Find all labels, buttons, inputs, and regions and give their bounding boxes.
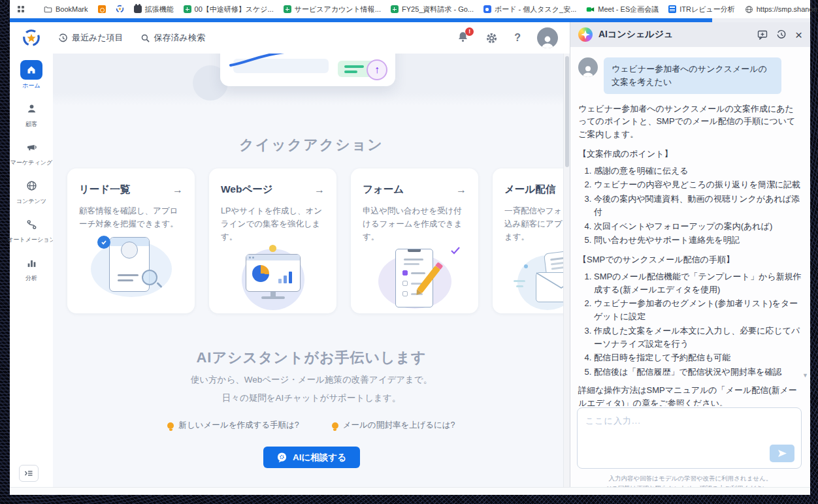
card-description: 申込や問い合わせを受け付けるフォームを作成できます。 — [363, 204, 466, 244]
card-web-page[interactable]: Webページ → LPやサイトを作成し、オンラインでの集客を強化します。 — [209, 168, 336, 313]
card-title: フォーム — [363, 183, 404, 197]
ai-section-title: AIアシスタントがお手伝いします — [53, 348, 570, 368]
bookmark-label: https://smp.shanon.... — [757, 5, 818, 13]
shanon-favicon[interactable] — [116, 5, 124, 14]
bookmark-label: サービスアカウント情報... — [295, 5, 381, 14]
sheets-icon — [391, 5, 399, 13]
scrollbar-thumb[interactable] — [565, 56, 569, 167]
bookmark-label: FY25_資料請求 - Go... — [402, 5, 474, 14]
main-scrollbar[interactable] — [563, 54, 570, 487]
check-icon — [450, 246, 461, 255]
bookmark-board[interactable]: ボード - 個人タスク_安... — [483, 5, 576, 14]
close-icon[interactable]: × — [795, 29, 802, 41]
bookmark-sheet-3[interactable]: FY25_資料請求 - Go... — [391, 5, 474, 14]
consult-ai-label: AIに相談する — [293, 452, 346, 464]
ai-assistant-section: AIアシスタントがお手伝いします 使い方から、Webページ・メール施策の改善アイ… — [53, 348, 570, 468]
collapse-sidebar-button[interactable] — [19, 465, 39, 482]
panel-title: AIコンシェルジュ — [598, 29, 673, 40]
home-icon — [20, 60, 42, 80]
globe-icon — [745, 5, 753, 14]
mail-illustration — [504, 247, 570, 313]
card-title: リード一覧 — [79, 183, 130, 197]
bookmark-itr[interactable]: ITRレビュー分析 — [668, 5, 735, 14]
ai-section-line1: 使い方から、Webページ・メール施策の改善アイデアまで。 — [53, 374, 570, 386]
suggestion-chip-open-rate[interactable]: メールの開封率を上げるには? — [332, 420, 455, 431]
card-mail-delivery[interactable]: メール配信 → 一斉配信やフォローで、見込み顧客にアプローチできます。 — [493, 168, 570, 313]
sidebar-item-label: オートメーション — [7, 236, 55, 244]
arrow-right-icon[interactable]: → — [314, 184, 325, 196]
help-button[interactable]: ? — [514, 32, 521, 44]
step-item: 配信後は「配信履歴」で配信状況や開封率を確認 — [594, 366, 804, 379]
step-item: 配信日時を指定して予約配信も可能 — [594, 351, 804, 364]
apps-grid-icon[interactable] — [18, 6, 24, 12]
bookmark-meet[interactable]: Meet - ES企画会議 — [586, 5, 659, 14]
chip-label: メールの開封率を上げるには? — [343, 420, 455, 431]
bookmark-smp-url[interactable]: https://smp.shanon.... — [745, 5, 818, 14]
user-avatar[interactable] — [537, 27, 558, 48]
user-message-row: ウェビナー参加者へのサンクスメールの文案を考えたい — [578, 57, 804, 94]
chip-label: 新しいメールを作成する手順は? — [178, 420, 299, 431]
chat-input[interactable] — [578, 408, 801, 468]
table-icon — [668, 5, 676, 13]
person-icon — [540, 34, 555, 48]
app-header: 最近みた項目 保存済み検索 — [10, 22, 570, 54]
settings-gear-icon[interactable] — [485, 32, 498, 44]
bookmark-label: 拡張機能 — [145, 5, 174, 14]
sidebar-item-label: 分析 — [25, 274, 37, 283]
step-item: 作成した文案をメール本文に入力し、必要に応じてパーソナライズ設定を行う — [594, 324, 804, 351]
header-icons: ! ? — [457, 27, 558, 48]
sidebar-item-customers[interactable]: 顧客 — [10, 99, 53, 129]
card-title: メール配信 — [504, 183, 555, 197]
send-button[interactable] — [770, 445, 794, 462]
sidebar-item-automation[interactable]: オートメーション — [10, 214, 53, 244]
bookmark-label: ボード - 個人タスク_安... — [495, 5, 576, 14]
consult-ai-button[interactable]: AIに相談する — [263, 447, 360, 468]
bookmark-extensions[interactable]: 拡張機能 — [134, 5, 174, 14]
sheets-icon — [184, 5, 191, 13]
sheets-icon — [284, 5, 291, 13]
new-chat-icon[interactable] — [757, 29, 768, 40]
arrow-right-icon[interactable]: → — [172, 184, 183, 196]
shanon-logo-icon — [116, 5, 124, 13]
sidebar-item-home[interactable]: ホーム — [10, 60, 53, 90]
arrow-right-icon[interactable]: → — [456, 184, 466, 196]
bookmark-sheet-2[interactable]: サービスアカウント情報... — [284, 5, 381, 14]
suggestion-chip-new-mail[interactable]: 新しいメールを作成する手順は? — [167, 420, 299, 431]
point-item: ウェビナーの内容や見どころの振り返りを簡潔に記載 — [594, 178, 804, 191]
horizontal-scrollbar-track[interactable] — [10, 487, 810, 495]
card-title: Webページ — [221, 183, 273, 197]
search-icon — [140, 33, 150, 43]
card-form[interactable]: フォーム → 申込や問い合わせを受け付けるフォームを作成できます。 — [351, 168, 478, 313]
folder-icon — [44, 5, 52, 14]
ai-concierge-panel: AIコンシェルジュ × — [570, 22, 810, 487]
megaphone-icon — [20, 137, 42, 157]
bookmark-label: Meet - ES企画会議 — [598, 5, 659, 14]
bookmark-sheet-1[interactable]: 00【中途研修】スケジ... — [184, 5, 274, 14]
chat-bot-icon — [276, 452, 287, 463]
sidebar-item-marketing[interactable]: マーケティング — [10, 137, 53, 167]
user-message-bubble: ウェビナー参加者へのサンクスメールの文案を考えたい — [604, 57, 781, 94]
recent-items-button[interactable]: 最近みた項目 — [58, 32, 123, 44]
sidebar-item-analytics[interactable]: 分析 — [10, 253, 53, 283]
step-item: ウェビナー参加者のセグメント(参加者リスト)をターゲットに設定 — [594, 297, 804, 323]
send-plane-icon — [777, 449, 787, 458]
quick-action-cards: リード一覧 → 顧客情報を確認し、アプローチ対象を把握できます。 — [67, 168, 570, 313]
point-item: 感謝の意を明確に伝える — [594, 165, 804, 178]
chat-input-box — [577, 407, 802, 469]
user-avatar — [578, 57, 598, 77]
shanon-logo[interactable] — [22, 28, 41, 48]
chat-scrollbar-arrow[interactable]: ▼ — [802, 372, 808, 379]
bookmark-folder-bookmark[interactable]: BookMark — [44, 5, 88, 14]
orange-logo-favicon[interactable] — [98, 5, 106, 13]
header-nav: 最近みた項目 保存済み検索 — [58, 32, 205, 44]
notifications-button[interactable]: ! — [457, 31, 469, 46]
chat-history[interactable]: ウェビナー参加者へのサンクスメールの文案を考えたい ウェビナー参加者へのサンクス… — [570, 47, 811, 406]
card-lead-list[interactable]: リード一覧 → 顧客情報を確認し、アプローチ対象を把握できます。 — [67, 168, 195, 313]
sidebar-item-content[interactable]: コンテンツ — [10, 176, 53, 206]
steps-list: SMPのメール配信機能で「テンプレート」から新規作成する(新メールエディタを使用… — [578, 270, 804, 379]
sidebar-nav: ホーム 顧客 マーケティング — [10, 54, 53, 487]
hero-illustration-card: ↑ — [220, 54, 395, 86]
history-icon[interactable] — [776, 29, 787, 40]
main-content: ↑ クイックアクション リード一覧 → 顧客情報を確認し、アプローチ対象を把握で… — [53, 54, 570, 487]
saved-search-button[interactable]: 保存済み検索 — [140, 32, 205, 44]
